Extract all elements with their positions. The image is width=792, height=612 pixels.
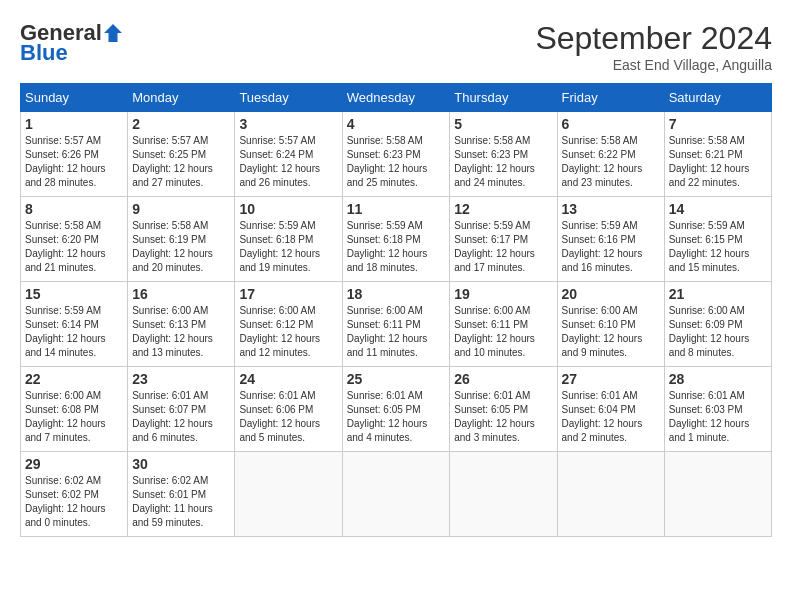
header-sunday: Sunday — [21, 84, 128, 112]
table-row: 9Sunrise: 5:58 AM Sunset: 6:19 PM Daylig… — [128, 197, 235, 282]
table-row: 5Sunrise: 5:58 AM Sunset: 6:23 PM Daylig… — [450, 112, 557, 197]
table-row: 10Sunrise: 5:59 AM Sunset: 6:18 PM Dayli… — [235, 197, 342, 282]
table-row: 6Sunrise: 5:58 AM Sunset: 6:22 PM Daylig… — [557, 112, 664, 197]
table-row — [557, 452, 664, 537]
table-row: 21Sunrise: 6:00 AM Sunset: 6:09 PM Dayli… — [664, 282, 771, 367]
table-row: 15Sunrise: 5:59 AM Sunset: 6:14 PM Dayli… — [21, 282, 128, 367]
table-row: 23Sunrise: 6:01 AM Sunset: 6:07 PM Dayli… — [128, 367, 235, 452]
table-row: 16Sunrise: 6:00 AM Sunset: 6:13 PM Dayli… — [128, 282, 235, 367]
table-row: 26Sunrise: 6:01 AM Sunset: 6:05 PM Dayli… — [450, 367, 557, 452]
header-thursday: Thursday — [450, 84, 557, 112]
calendar-table: SundayMondayTuesdayWednesdayThursdayFrid… — [20, 83, 772, 537]
table-row: 2Sunrise: 5:57 AM Sunset: 6:25 PM Daylig… — [128, 112, 235, 197]
header-row: SundayMondayTuesdayWednesdayThursdayFrid… — [21, 84, 772, 112]
title-section: September 2024 East End Village, Anguill… — [535, 20, 772, 73]
table-row — [235, 452, 342, 537]
table-row: 30Sunrise: 6:02 AM Sunset: 6:01 PM Dayli… — [128, 452, 235, 537]
table-row: 20Sunrise: 6:00 AM Sunset: 6:10 PM Dayli… — [557, 282, 664, 367]
table-row: 29Sunrise: 6:02 AM Sunset: 6:02 PM Dayli… — [21, 452, 128, 537]
table-row: 28Sunrise: 6:01 AM Sunset: 6:03 PM Dayli… — [664, 367, 771, 452]
header-tuesday: Tuesday — [235, 84, 342, 112]
week-row-2: 8Sunrise: 5:58 AM Sunset: 6:20 PM Daylig… — [21, 197, 772, 282]
table-row: 8Sunrise: 5:58 AM Sunset: 6:20 PM Daylig… — [21, 197, 128, 282]
week-row-5: 29Sunrise: 6:02 AM Sunset: 6:02 PM Dayli… — [21, 452, 772, 537]
week-row-4: 22Sunrise: 6:00 AM Sunset: 6:08 PM Dayli… — [21, 367, 772, 452]
table-row — [450, 452, 557, 537]
header-wednesday: Wednesday — [342, 84, 450, 112]
table-row — [342, 452, 450, 537]
table-row: 25Sunrise: 6:01 AM Sunset: 6:05 PM Dayli… — [342, 367, 450, 452]
logo-icon — [104, 24, 122, 42]
table-row: 13Sunrise: 5:59 AM Sunset: 6:16 PM Dayli… — [557, 197, 664, 282]
location-subtitle: East End Village, Anguilla — [535, 57, 772, 73]
table-row: 12Sunrise: 5:59 AM Sunset: 6:17 PM Dayli… — [450, 197, 557, 282]
header-saturday: Saturday — [664, 84, 771, 112]
header-friday: Friday — [557, 84, 664, 112]
table-row — [664, 452, 771, 537]
table-row: 7Sunrise: 5:58 AM Sunset: 6:21 PM Daylig… — [664, 112, 771, 197]
month-title: September 2024 — [535, 20, 772, 57]
table-row: 18Sunrise: 6:00 AM Sunset: 6:11 PM Dayli… — [342, 282, 450, 367]
page-header: General Blue September 2024 East End Vil… — [20, 20, 772, 73]
header-monday: Monday — [128, 84, 235, 112]
week-row-3: 15Sunrise: 5:59 AM Sunset: 6:14 PM Dayli… — [21, 282, 772, 367]
table-row: 19Sunrise: 6:00 AM Sunset: 6:11 PM Dayli… — [450, 282, 557, 367]
table-row: 1Sunrise: 5:57 AM Sunset: 6:26 PM Daylig… — [21, 112, 128, 197]
table-row: 24Sunrise: 6:01 AM Sunset: 6:06 PM Dayli… — [235, 367, 342, 452]
table-row: 27Sunrise: 6:01 AM Sunset: 6:04 PM Dayli… — [557, 367, 664, 452]
table-row: 17Sunrise: 6:00 AM Sunset: 6:12 PM Dayli… — [235, 282, 342, 367]
week-row-1: 1Sunrise: 5:57 AM Sunset: 6:26 PM Daylig… — [21, 112, 772, 197]
table-row: 22Sunrise: 6:00 AM Sunset: 6:08 PM Dayli… — [21, 367, 128, 452]
logo: General Blue — [20, 20, 122, 66]
logo-blue-text: Blue — [20, 40, 68, 66]
table-row: 11Sunrise: 5:59 AM Sunset: 6:18 PM Dayli… — [342, 197, 450, 282]
table-row: 4Sunrise: 5:58 AM Sunset: 6:23 PM Daylig… — [342, 112, 450, 197]
svg-marker-0 — [104, 24, 122, 42]
table-row: 14Sunrise: 5:59 AM Sunset: 6:15 PM Dayli… — [664, 197, 771, 282]
table-row: 3Sunrise: 5:57 AM Sunset: 6:24 PM Daylig… — [235, 112, 342, 197]
